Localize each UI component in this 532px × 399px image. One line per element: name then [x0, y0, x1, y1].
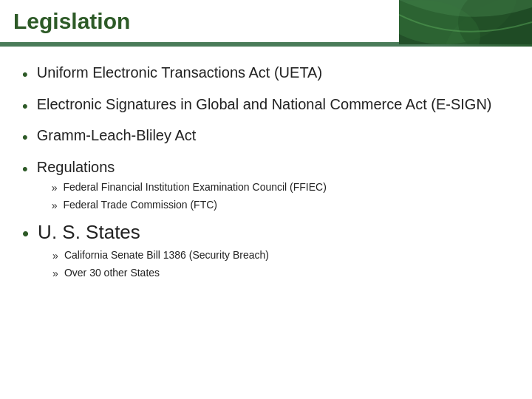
- sub-arrow-icon: »: [52, 250, 58, 262]
- slide-title: Legislation: [13, 9, 130, 34]
- bullet-with-subitems: U. S. States » California Senate Bill 13…: [38, 220, 269, 285]
- header-title-area: Legislation: [0, 0, 399, 44]
- list-item: • Regulations » Federal Financial Instit…: [22, 157, 510, 217]
- list-item: » Over 30 other States: [52, 266, 269, 281]
- slide-header: Legislation: [0, 0, 532, 44]
- content-area: • Uniform Electronic Transactions Act (U…: [0, 47, 532, 309]
- list-item: • U. S. States » California Senate Bill …: [22, 220, 510, 285]
- sub-arrow-icon: »: [52, 182, 58, 194]
- bullet-text: Gramm-Leach-Bliley Act: [37, 126, 197, 146]
- slide-container: Legislation • Uniform Electr: [0, 0, 532, 399]
- bullet-dot: •: [22, 222, 29, 247]
- sub-bullet-list: » Federal Financial Institution Examinat…: [52, 180, 327, 213]
- sub-text: California Senate Bill 1386 (Security Br…: [64, 248, 269, 263]
- sub-text: Over 30 other States: [64, 266, 160, 281]
- list-item: » Federal Financial Institution Examinat…: [52, 180, 327, 195]
- bullet-text: Regulations: [37, 159, 115, 175]
- header-graphic: [399, 0, 532, 44]
- sub-arrow-icon: »: [52, 267, 58, 279]
- main-bullet-list: • Uniform Electronic Transactions Act (U…: [22, 63, 510, 285]
- bullet-text: Electronic Signatures in Global and Nati…: [37, 95, 492, 115]
- list-item: » California Senate Bill 1386 (Security …: [52, 248, 269, 263]
- list-item: • Uniform Electronic Transactions Act (U…: [22, 63, 510, 86]
- bullet-text-large: U. S. States: [38, 221, 140, 243]
- sub-arrow-icon: »: [52, 200, 58, 211]
- sub-bullet-list: » California Senate Bill 1386 (Security …: [52, 248, 269, 281]
- bullet-dot: •: [22, 64, 28, 86]
- bullet-dot: •: [22, 96, 28, 117]
- list-item: • Gramm-Leach-Bliley Act: [22, 126, 510, 149]
- sub-text: Federal Financial Institution Examinatio…: [64, 180, 327, 195]
- sub-text: Federal Trade Commission (FTC): [64, 198, 218, 213]
- bullet-dot: •: [22, 159, 28, 180]
- bullet-text: Uniform Electronic Transactions Act (UET…: [37, 63, 322, 83]
- list-item: » Federal Trade Commission (FTC): [52, 198, 327, 213]
- list-item: • Electronic Signatures in Global and Na…: [22, 95, 510, 117]
- bullet-dot: •: [22, 127, 28, 149]
- bullet-with-subitems: Regulations » Federal Financial Institut…: [37, 157, 327, 217]
